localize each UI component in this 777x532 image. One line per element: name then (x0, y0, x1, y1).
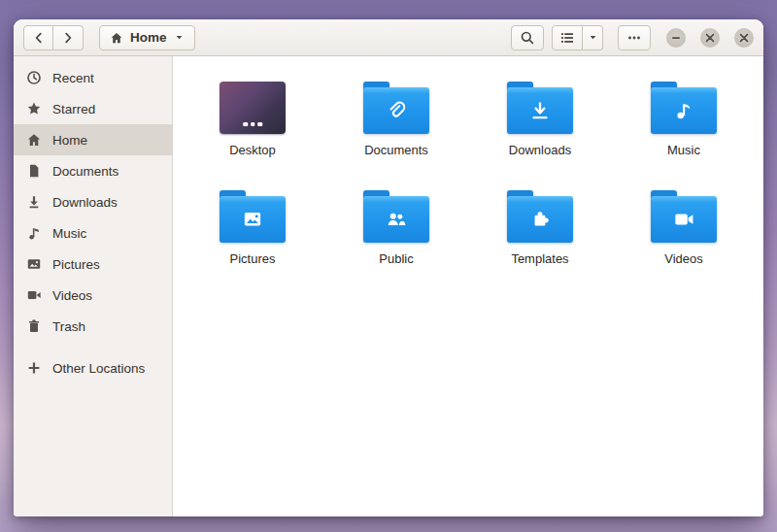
folder-icon (363, 190, 429, 243)
document-icon (26, 163, 42, 179)
folder-icon (363, 82, 429, 134)
file-label: Desktop (229, 143, 276, 157)
desktop-preview-icon (220, 82, 286, 134)
trash-icon (26, 318, 42, 334)
folder-pictures[interactable]: Pictures (220, 190, 286, 266)
maximize-button[interactable] (700, 28, 720, 48)
download-icon (26, 194, 42, 210)
folder-icon (507, 82, 573, 134)
sidebar-item-label: Documents (52, 164, 118, 179)
chevron-left-icon (31, 30, 47, 46)
sidebar-item-documents[interactable]: Documents (14, 155, 172, 186)
star-icon (26, 101, 42, 116)
folder-public[interactable]: Public (363, 190, 429, 266)
puzzle-emblem-icon (527, 209, 553, 230)
download-emblem-icon (527, 100, 553, 121)
location-label: Home (130, 30, 167, 45)
folder-videos[interactable]: Videos (651, 190, 717, 266)
folder-icon (220, 190, 286, 243)
folder-icon (651, 190, 717, 243)
close-button[interactable] (734, 28, 754, 48)
photo-emblem-icon (240, 209, 265, 230)
menu-button[interactable] (618, 25, 651, 50)
chevron-right-icon (60, 30, 76, 46)
folder-icon (507, 190, 573, 243)
file-manager-window: Home (14, 19, 763, 516)
sidebar-item-home[interactable]: Home (14, 124, 172, 155)
dock-dots-icon (243, 122, 262, 127)
home-icon (110, 31, 123, 45)
search-icon (520, 30, 535, 46)
close-icon (736, 30, 752, 46)
file-label: Music (667, 143, 700, 157)
sidebar-item-label: Trash (52, 319, 85, 334)
file-label: Downloads (509, 143, 571, 157)
view-options-button[interactable] (583, 25, 603, 50)
file-label: Videos (664, 251, 703, 266)
file-label: Public (379, 251, 413, 266)
window-body: Recent Starred Home Documents Downloads (14, 56, 763, 516)
minimize-button[interactable] (666, 28, 686, 48)
folder-downloads[interactable]: Downloads (507, 82, 573, 157)
sidebar-item-label: Pictures (52, 257, 100, 272)
minimize-icon (668, 30, 684, 46)
view-toggle-group (552, 25, 603, 50)
music-note-emblem-icon (671, 100, 696, 121)
location-button[interactable]: Home (99, 25, 195, 50)
folder-icon (651, 82, 717, 134)
folder-music[interactable]: Music (651, 82, 717, 157)
more-menu-icon (626, 30, 642, 46)
folder-desktop[interactable]: Desktop (220, 82, 286, 157)
sidebar-item-music[interactable]: Music (14, 217, 172, 249)
people-emblem-icon (384, 209, 409, 230)
sidebar-item-label: Music (52, 226, 86, 241)
sidebar-item-downloads[interactable]: Downloads (14, 186, 172, 217)
sidebar-item-starred[interactable]: Starred (14, 93, 172, 124)
video-icon (26, 287, 42, 303)
sidebar: Recent Starred Home Documents Downloads (14, 56, 173, 516)
sidebar-item-pictures[interactable]: Pictures (14, 249, 172, 280)
file-label: Pictures (230, 251, 276, 266)
search-button[interactable] (511, 25, 544, 50)
nav-buttons (23, 25, 84, 50)
sidebar-item-label: Starred (52, 102, 95, 116)
window-controls (666, 28, 754, 48)
chevron-down-icon (588, 32, 598, 43)
sidebar-item-label: Videos (52, 288, 92, 303)
file-label: Documents (364, 143, 428, 157)
sidebar-item-recent[interactable]: Recent (14, 62, 172, 93)
plus-icon (26, 360, 42, 376)
header-bar: Home (14, 19, 763, 56)
home-icon (26, 132, 42, 148)
maximize-icon (702, 30, 718, 46)
music-note-icon (26, 225, 42, 241)
camera-emblem-icon (671, 209, 696, 230)
paperclip-emblem-icon (384, 100, 409, 121)
clock-icon (26, 70, 42, 85)
sidebar-item-label: Downloads (52, 195, 118, 210)
back-button[interactable] (23, 25, 53, 50)
list-view-icon (559, 30, 575, 46)
list-view-button[interactable] (552, 25, 583, 50)
sidebar-item-label: Other Locations (52, 361, 145, 376)
sidebar-item-videos[interactable]: Videos (14, 280, 172, 311)
folder-documents[interactable]: Documents (363, 82, 429, 157)
folder-templates[interactable]: Templates (507, 190, 573, 266)
file-grid: Desktop Documents Download (173, 56, 763, 516)
sidebar-item-trash[interactable]: Trash (14, 311, 172, 342)
picture-icon (26, 256, 42, 272)
file-label: Templates (511, 251, 568, 266)
chevron-down-icon (174, 32, 185, 43)
sidebar-item-label: Recent (52, 71, 94, 85)
sidebar-item-label: Home (52, 133, 87, 148)
sidebar-item-other-locations[interactable]: Other Locations (14, 352, 172, 383)
forward-button[interactable] (53, 25, 84, 50)
